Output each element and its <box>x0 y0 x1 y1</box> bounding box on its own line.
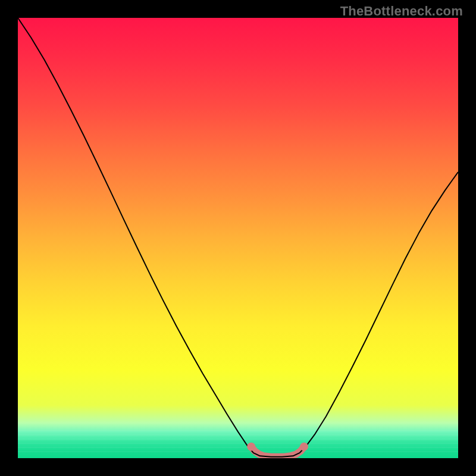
chart-canvas <box>18 18 458 458</box>
branding-watermark: TheBottleneck.com <box>340 4 463 19</box>
optimal-range-endpoint <box>247 443 255 451</box>
gradient-background <box>18 18 458 458</box>
chart-frame: TheBottleneck.com <box>0 0 476 476</box>
optimal-range-endpoint <box>300 443 308 451</box>
plot-area <box>18 18 458 458</box>
